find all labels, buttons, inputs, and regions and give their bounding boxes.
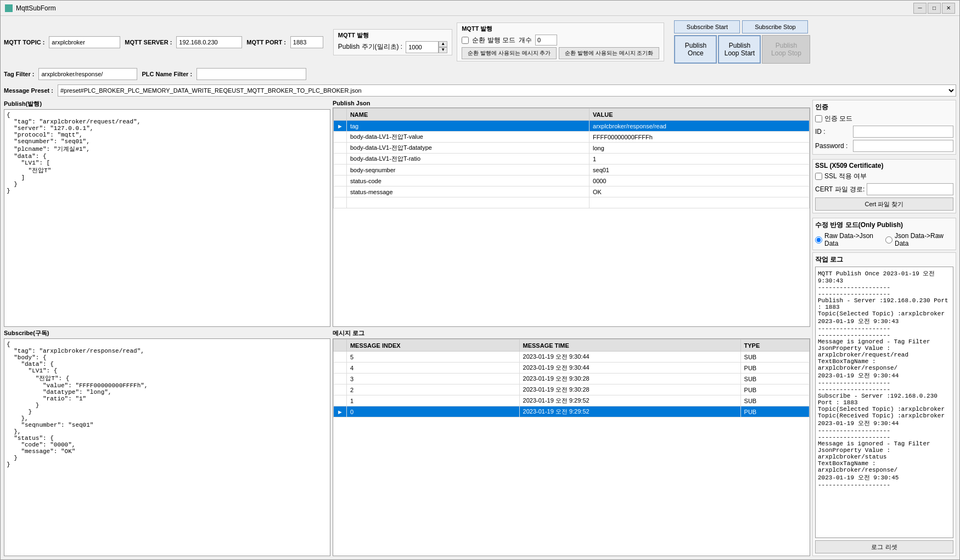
ssl-label: SSL 적용 여부 [824, 172, 867, 181]
mode-radio-1[interactable] [815, 236, 822, 244]
plc-name-filter-label: PLC Name Filter : [142, 71, 192, 77]
message-log-col-arrow [334, 340, 347, 352]
message-log-header-row: MESSAGE INDEX MESSAGE TIME TYPE [334, 340, 810, 352]
message-log-type-cell: SUB [740, 395, 809, 406]
auth-password-row: Password : [815, 140, 953, 152]
close-button[interactable]: ✕ [942, 3, 955, 14]
message-log-row[interactable]: 32023-01-19 오전 9:30:28SUB [334, 374, 810, 384]
cert-path-input[interactable] [867, 183, 953, 195]
ssl-mode-row: SSL 적용 여부 [815, 172, 953, 181]
subscribe-btns-row: Subscribe Start Subscribe Stop [674, 20, 810, 33]
publish-cycle-input[interactable] [406, 41, 439, 53]
loop-mode-checkbox[interactable] [462, 37, 469, 44]
auth-id-input[interactable] [853, 126, 953, 138]
auth-id-row: ID : [815, 126, 953, 138]
clear-message-btn[interactable]: 순환 발행에 사용되는 메시지 조기화 [559, 47, 659, 59]
mqtt-server-input[interactable] [176, 36, 242, 48]
log-reset-button[interactable]: 로그 리셋 [815, 540, 953, 553]
row-arrow-cell [334, 165, 347, 176]
publish-content: { "tag": "arxplcbroker/request/read", "s… [4, 109, 330, 327]
cert-find-button[interactable]: Cert 파일 찾기 [815, 197, 953, 211]
main-window: MqttSubForm ─ □ ✕ MQTT TOPIC : MQTT SERV… [0, 0, 960, 560]
mqtt-topic-input[interactable] [49, 36, 120, 48]
publish-json-row[interactable]: body-seqnumberseq01 [334, 165, 810, 176]
publish-once-button[interactable]: PublishOnce [674, 35, 717, 64]
plc-name-filter-input[interactable] [197, 68, 306, 80]
row-arrow-cell [334, 132, 347, 143]
mqtt-port-input[interactable] [290, 36, 323, 48]
mqtt-publish-section: MQTT 발행 Publish 주기(밀리초) : ▲ ▼ [333, 29, 452, 55]
message-log-col-index: MESSAGE INDEX [346, 340, 519, 352]
message-log-time-cell: 2023-01-19 오전 9:30:28 [519, 374, 740, 384]
publish-json-name-cell: tag [346, 121, 589, 132]
message-log-time-cell: 2023-01-19 오전 9:29:52 [519, 406, 740, 417]
message-log-row[interactable]: ►02023-01-19 오전 9:29:52PUB [334, 406, 810, 417]
publish-json-table: NAME VALUE ►tagarxplcbroker/response/rea… [333, 108, 810, 208]
auth-mode-checkbox[interactable] [815, 115, 822, 122]
message-log-row[interactable]: 22023-01-19 오전 9:30:28PUB [334, 384, 810, 395]
message-log-row[interactable]: 12023-01-19 오전 9:29:52SUB [334, 395, 810, 406]
work-log-content: MQTT Publish Once 2023-01-19 오전 9:30:43 … [815, 267, 953, 538]
publish-loop-start-label: PublishLoop Start [725, 42, 755, 57]
tag-filter-input[interactable] [38, 68, 137, 80]
minimize-button[interactable]: ─ [913, 3, 927, 14]
auth-password-input[interactable] [853, 140, 953, 152]
publish-json-value-cell: arxplcbroker/response/read [590, 121, 810, 132]
message-preset-label: Message Preset : [4, 87, 53, 94]
auth-id-label: ID : [815, 128, 851, 135]
publish-json-value-cell: long [590, 143, 810, 154]
message-log-index-cell: 2 [346, 384, 519, 395]
message-log-row[interactable]: 42023-01-19 오전 9:30:44PUB [334, 363, 810, 374]
count-input[interactable] [535, 35, 557, 46]
subscribe-start-button[interactable]: Subscribe Start [674, 20, 740, 33]
spinner-down[interactable]: ▼ [439, 47, 447, 53]
message-log-index-cell: 3 [346, 374, 519, 384]
publish-once-label: PublishOnce [685, 42, 706, 57]
publish-json-row[interactable]: status-messageOK [334, 186, 810, 197]
publish-json-row[interactable]: status-code0000 [334, 176, 810, 186]
mqtt-config-row: MQTT TOPIC : MQTT SERVER : MQTT PORT : M… [4, 19, 956, 65]
cert-path-row: CERT 파일 경로: [815, 183, 953, 195]
publish-loop-start-button[interactable]: PublishLoop Start [718, 35, 761, 64]
message-log-type-cell: PUB [740, 384, 809, 395]
add-message-btn[interactable]: 순환 발행에 사용되는 메시지 추가 [462, 47, 557, 59]
message-log-col-time: MESSAGE TIME [519, 340, 740, 352]
publish-json-name-cell: body-data-LV1-전압T-value [346, 132, 589, 143]
mode-title: 수정 반영 모드(Only Publish) [815, 220, 953, 230]
loop-buttons-row: 순환 발행에 사용되는 메시지 추가 순환 발행에 사용되는 메시지 조기화 [462, 47, 659, 59]
publish-json-table-container: NAME VALUE ►tagarxplcbroker/response/rea… [333, 108, 810, 327]
center-column: Publish Json NAME VALUE ►tag [333, 100, 810, 556]
ssl-section: SSL (X509 Certificate) SSL 적용 여부 CERT 파일… [812, 159, 956, 213]
publish-json-row[interactable]: body-data-LV1-전압T-ratio1 [334, 154, 810, 165]
message-log-type-cell: SUB [740, 374, 809, 384]
message-log-tbody: 52023-01-19 오전 9:30:44SUB42023-01-19 오전 … [334, 352, 810, 417]
mqtt-topic-label: MQTT TOPIC : [4, 39, 44, 46]
publish-json-col-arrow [334, 109, 347, 121]
message-preset-select[interactable]: #preset#PLC_BROKER_PLC_MEMORY_DATA_WRITE… [58, 84, 956, 97]
ssl-checkbox[interactable] [815, 173, 822, 180]
publish-json-col-value: VALUE [590, 109, 810, 121]
filter-row: Tag Filter : PLC Name Filter : [4, 67, 956, 81]
publish-json-row[interactable]: ►tagarxplcbroker/response/read [334, 121, 810, 132]
publish-json-row[interactable]: body-data-LV1-전압T-valueFFFF00000000FFFFh [334, 132, 810, 143]
publish-loop-stop-button[interactable]: PublishLoop Stop [762, 35, 810, 64]
message-log-time-cell: 2023-01-19 오전 9:29:52 [519, 395, 740, 406]
tag-filter-label: Tag Filter : [4, 71, 34, 77]
message-log-row[interactable]: 52023-01-19 오전 9:30:44SUB [334, 352, 810, 363]
message-log-arrow-cell: ► [334, 406, 347, 417]
message-log-time-cell: 2023-01-19 오전 9:30:44 [519, 363, 740, 374]
message-log-type-cell: SUB [740, 352, 809, 363]
subscribe-stop-button[interactable]: Subscribe Stop [742, 20, 808, 33]
auth-password-label: Password : [815, 142, 851, 150]
subscribe-section-title: Subscribe(구독) [4, 329, 330, 337]
publish-json-row[interactable]: body-data-LV1-전압T-datatypelong [334, 143, 810, 154]
mode-radio-2[interactable] [885, 236, 892, 244]
mode-section: 수정 반영 모드(Only Publish) Raw Data->Json Da… [812, 218, 956, 250]
publish-json-header-row: NAME VALUE [334, 109, 810, 121]
publish-json-row[interactable] [334, 197, 810, 208]
cert-path-label: CERT 파일 경로: [815, 185, 864, 194]
maximize-button[interactable]: □ [928, 3, 941, 14]
spinner-up[interactable]: ▲ [439, 41, 447, 47]
preset-row: Message Preset : #preset#PLC_BROKER_PLC_… [4, 83, 956, 98]
publish-cycle-spinner[interactable]: ▲ ▼ [406, 41, 447, 53]
